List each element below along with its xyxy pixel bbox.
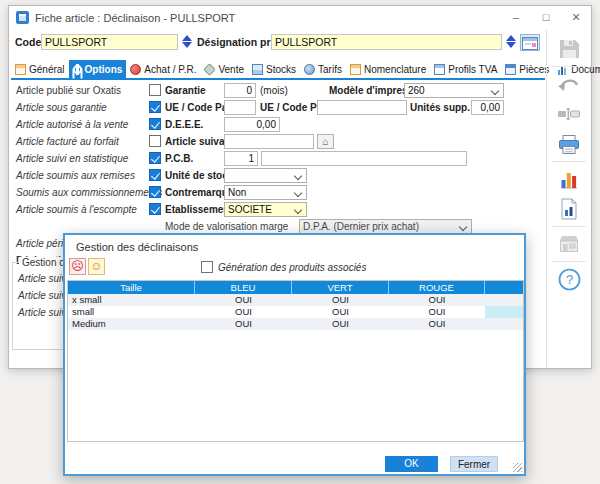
cell-rouge[interactable]: OUI — [389, 306, 485, 318]
cell-taille[interactable]: x small — [68, 294, 195, 306]
close-button[interactable]: ✕ — [561, 6, 591, 29]
table-row-medium[interactable]: Medium OUI OUI OUI — [68, 318, 523, 330]
cell-taille[interactable]: Medium — [68, 318, 195, 330]
declinaisons-dialog: Gestion des déclinaisons ☹ ☺ Génération … — [63, 233, 526, 476]
form-row-oxatis: Article publié sur Oxatis Garantie (mois… — [9, 83, 545, 99]
form-icon — [350, 64, 361, 75]
cell-extra — [485, 318, 523, 330]
column-header-bleu[interactable]: BLEU — [195, 281, 292, 294]
spinner-down-icon[interactable] — [506, 42, 516, 48]
generation-produits-checkbox[interactable] — [201, 261, 213, 273]
checkbox-deee[interactable] — [149, 118, 161, 130]
spinner-down-icon[interactable] — [182, 42, 192, 48]
cell-rouge[interactable]: OUI — [389, 294, 485, 306]
tab-tarifs[interactable]: Tarifs — [300, 60, 346, 78]
shop-button[interactable] — [547, 229, 591, 259]
ue-code-produit-input[interactable] — [317, 100, 407, 115]
table-row-x-small[interactable]: x small OUI OUI OUI — [68, 294, 523, 306]
code-input[interactable] — [41, 34, 178, 50]
help-button[interactable]: ? — [547, 264, 591, 294]
pcb-detail-input[interactable] — [261, 151, 467, 166]
column-header-vert[interactable]: VERT — [292, 281, 389, 294]
checkbox-garantie[interactable] — [149, 84, 161, 96]
mode-valorisation-select[interactable]: D.P.A. (Dernier prix achat) — [299, 219, 472, 234]
gear-icon — [73, 65, 82, 74]
report-button[interactable] — [547, 194, 591, 224]
form-row-remises: Article soumis aux remises Unité de stoc… — [9, 168, 545, 184]
code-spinner[interactable] — [181, 34, 192, 50]
fermer-button[interactable]: Fermer — [450, 456, 498, 472]
tab-stocks[interactable]: Stocks — [248, 60, 300, 78]
cell-extra-selected[interactable] — [485, 306, 523, 318]
home-button[interactable]: ⌂ — [317, 134, 334, 149]
help-icon: ? — [558, 268, 581, 291]
checkbox-ue-code-pays[interactable] — [149, 101, 161, 113]
cell-bleu[interactable]: OUI — [195, 306, 292, 318]
table-row-small[interactable]: small OUI OUI OUI — [68, 306, 523, 318]
cell-rouge[interactable]: OUI — [389, 318, 485, 330]
tab-general[interactable]: Général — [11, 60, 69, 78]
contremarque-select[interactable]: Non — [224, 185, 307, 200]
ok-button[interactable]: OK — [385, 456, 438, 472]
smiley-face-icon: ☺ — [90, 259, 102, 273]
uncheck-all-button[interactable]: ☹ — [69, 258, 86, 275]
cell-extra — [485, 294, 523, 306]
cell-taille[interactable]: small — [68, 306, 195, 318]
tab-nomenclature[interactable]: Nomenclature — [346, 60, 430, 78]
tab-vente[interactable]: Vente — [200, 60, 248, 78]
tab-profils-tva[interactable]: Profils TVA — [430, 60, 501, 78]
resize-grip[interactable] — [513, 463, 522, 472]
toolbar-separator — [552, 66, 586, 67]
deee-input[interactable] — [224, 117, 280, 132]
column-header-extra — [485, 281, 523, 294]
toolbar-separator — [552, 226, 586, 227]
undo-button[interactable] — [547, 69, 591, 99]
pcb-input[interactable] — [224, 151, 258, 166]
print-button[interactable] — [547, 129, 591, 159]
shop-icon — [557, 234, 581, 254]
cell-vert[interactable]: OUI — [292, 306, 389, 318]
spinner-up-icon[interactable] — [506, 35, 516, 41]
window-icon — [505, 64, 516, 75]
rename-button[interactable] — [547, 99, 591, 129]
designation-spinner[interactable] — [505, 34, 516, 50]
toolbar-separator — [552, 261, 586, 262]
ue-code-pays-input[interactable] — [224, 100, 256, 115]
statistics-button[interactable] — [547, 164, 591, 194]
tabstrip: Général Options Achat / P.R. Vente Stock… — [11, 59, 545, 80]
minimize-button[interactable]: – — [501, 6, 531, 29]
unite-stock-select[interactable] — [224, 168, 307, 183]
checkbox-etablissement[interactable] — [149, 203, 161, 215]
checkbox-unite-stock[interactable] — [149, 169, 161, 181]
tab-achat-pr[interactable]: Achat / P.R. — [126, 60, 200, 78]
save-button[interactable] — [547, 34, 591, 64]
designation-window-button[interactable] — [520, 34, 540, 51]
cell-bleu[interactable]: OUI — [195, 294, 292, 306]
code-label: Code — [15, 34, 41, 50]
cell-bleu[interactable]: OUI — [195, 318, 292, 330]
garantie-input[interactable] — [224, 83, 256, 98]
etablissement-select[interactable]: SOCIETE — [224, 202, 307, 217]
spinner-up-icon[interactable] — [182, 35, 192, 41]
save-icon — [558, 39, 580, 59]
field-label: Garantie — [165, 85, 206, 96]
tab-options[interactable]: Options — [69, 60, 127, 78]
tab-label: Vente — [218, 64, 244, 75]
cell-vert[interactable]: OUI — [292, 294, 389, 306]
designation-label: Désignation pr — [197, 34, 271, 50]
checkbox-pcb[interactable] — [149, 152, 161, 164]
tab-label: Options — [85, 64, 123, 75]
column-header-rouge[interactable]: ROUGE — [389, 281, 485, 294]
article-suivant-input[interactable] — [224, 134, 314, 149]
modele-impression-select[interactable]: 260 — [404, 83, 504, 98]
checkbox-contremarque[interactable] — [149, 186, 161, 198]
maximize-button[interactable]: □ — [531, 6, 561, 29]
titlebar: Fiche article : Déclinaison - PULLSPORT … — [9, 6, 591, 29]
home-icon: ⌂ — [322, 136, 328, 147]
cell-vert[interactable]: OUI — [292, 318, 389, 330]
column-header-taille[interactable]: Taille — [68, 281, 195, 294]
checkbox-article-suivant[interactable] — [149, 135, 161, 147]
designation-input[interactable] — [271, 34, 502, 50]
check-all-button[interactable]: ☺ — [88, 258, 105, 275]
unites-supp-input[interactable] — [471, 100, 504, 115]
